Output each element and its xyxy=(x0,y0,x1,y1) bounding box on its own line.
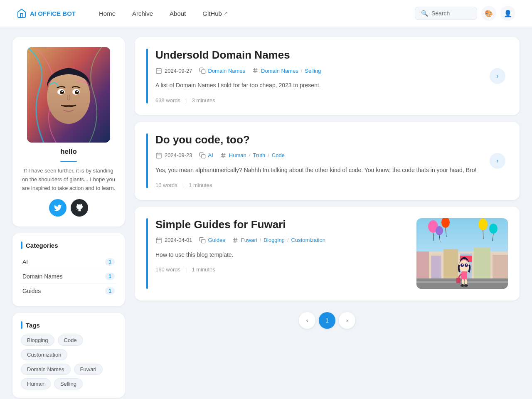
post-excerpt-2: Yes, you mean alphanumerically? Nahhh Im… xyxy=(155,165,487,175)
post-tags-1: Domain Names / Selling xyxy=(252,67,321,74)
categories-list: AI 1 Domain Names 1 Guides 1 xyxy=(21,255,116,298)
category-count-domain-names: 1 xyxy=(105,273,115,280)
tag-link-3c[interactable]: Customization xyxy=(291,237,325,243)
tag-link-1a[interactable]: Domain Names xyxy=(261,68,298,74)
svg-rect-21 xyxy=(202,155,205,158)
external-link-icon: ↗ xyxy=(224,10,228,16)
category-item-domain-names[interactable]: Domain Names 1 xyxy=(21,269,116,284)
post-date-2: 2024-09-23 xyxy=(155,152,192,159)
post-title-1[interactable]: Undersold Domain Names xyxy=(155,49,487,62)
tags-title: Tags xyxy=(26,322,40,329)
tag-link-3a[interactable]: Fuwari xyxy=(241,237,257,243)
post-card-1: Undersold Domain Names 2024-09-27 Domain… xyxy=(135,37,520,115)
svg-rect-17 xyxy=(156,153,161,158)
svg-line-15 xyxy=(254,68,254,73)
tag-link-1b[interactable]: Selling xyxy=(305,68,321,74)
svg-line-24 xyxy=(222,153,222,158)
hash-icon-2 xyxy=(220,152,227,159)
post-stats-1: 639 words | 3 minutes xyxy=(155,97,487,103)
pagination: ‹ 1 › xyxy=(135,312,520,329)
logo-text: AI OFFICE BOT xyxy=(30,10,76,17)
post-thumbnail-3: 紅大 xyxy=(416,218,508,289)
search-input[interactable] xyxy=(431,10,471,17)
tag-selling[interactable]: Selling xyxy=(54,378,83,389)
post-title-2[interactable]: Do you code, too? xyxy=(155,133,487,146)
post-category-2: AI xyxy=(199,152,213,159)
svg-rect-26 xyxy=(156,238,161,243)
search-box[interactable]: 🔍 xyxy=(415,7,477,20)
tag-link-2c[interactable]: Code xyxy=(272,152,285,158)
post-body-2: Do you code, too? 2024-09-23 AI Human / xyxy=(155,133,487,188)
copy-icon-1 xyxy=(199,67,206,74)
categories-header: Categories xyxy=(21,241,116,249)
tag-link-3b[interactable]: Blogging xyxy=(264,237,285,243)
category-item-guides[interactable]: Guides 1 xyxy=(21,284,116,298)
post-arrow-2[interactable]: › xyxy=(487,133,508,188)
nav-archive[interactable]: Archive xyxy=(126,7,160,20)
nav-github[interactable]: GitHub ↗ xyxy=(196,7,234,20)
categories-title: Categories xyxy=(26,242,58,249)
github-social-button[interactable] xyxy=(71,199,88,217)
post-category-3: Guides xyxy=(199,237,225,244)
post-card-2: Do you code, too? 2024-09-23 AI Human / xyxy=(135,122,520,200)
post-category-link-3[interactable]: Guides xyxy=(208,237,225,243)
svg-point-67 xyxy=(464,284,468,287)
tag-fuwari[interactable]: Fuwari xyxy=(74,364,103,375)
svg-point-60 xyxy=(462,264,463,265)
site-header: AI OFFICE BOT Home Archive About GitHub … xyxy=(0,0,532,27)
category-name-ai: AI xyxy=(22,259,28,265)
tag-human[interactable]: Human xyxy=(21,378,51,389)
tag-link-2a[interactable]: Human xyxy=(229,152,246,158)
post-meta-2: 2024-09-23 AI Human / Truth / Code xyxy=(155,152,487,159)
thumbnail-anime-image: 紅大 xyxy=(416,218,508,289)
svg-point-7 xyxy=(76,91,78,92)
category-name-domain-names: Domain Names xyxy=(22,273,62,280)
svg-rect-12 xyxy=(202,70,205,74)
next-page-button[interactable]: › xyxy=(339,312,355,329)
post-stats-3: 160 words | 1 minutes xyxy=(155,266,410,273)
tag-code[interactable]: Code xyxy=(58,335,83,346)
svg-line-16 xyxy=(256,68,256,73)
post-title-3[interactable]: Simple Guides for Fuwari xyxy=(155,218,410,231)
profile-bio: If I have seen further, it is by standin… xyxy=(21,167,116,192)
tag-link-2b[interactable]: Truth xyxy=(253,152,265,158)
user-button[interactable]: 👤 xyxy=(500,6,515,21)
post-category-link-2[interactable]: AI xyxy=(208,152,213,158)
social-links xyxy=(49,199,88,217)
post-left-bar-2 xyxy=(146,133,148,188)
svg-rect-30 xyxy=(202,239,205,243)
post-arrow-1[interactable]: › xyxy=(487,49,508,103)
tag-customization[interactable]: Customization xyxy=(21,349,67,360)
tags-header: Tags xyxy=(21,321,116,329)
avatar-placeholder xyxy=(27,47,110,143)
post-left-bar-1 xyxy=(146,49,148,103)
prev-page-button[interactable]: ‹ xyxy=(299,312,315,329)
content-area: Undersold Domain Names 2024-09-27 Domain… xyxy=(135,37,520,329)
logo[interactable]: AI OFFICE BOT xyxy=(17,8,76,18)
profile-card: hello If I have seen further, it is by s… xyxy=(12,37,125,227)
svg-line-25 xyxy=(224,153,224,158)
post-body-3: Simple Guides for Fuwari 2024-04-01 Guid… xyxy=(155,218,410,289)
tag-blogging[interactable]: Blogging xyxy=(21,335,54,346)
post-category-link-1[interactable]: Domain Names xyxy=(208,68,246,74)
tag-domain-names[interactable]: Domain Names xyxy=(21,364,71,375)
arrow-circle-1: › xyxy=(490,68,505,84)
section-bar-tags xyxy=(21,321,22,329)
tags-section: Tags Blogging Code Customization Domain … xyxy=(12,313,125,398)
page-1-button[interactable]: 1 xyxy=(319,312,335,329)
post-meta-1: 2024-09-27 Domain Names Domain Names / S… xyxy=(155,67,487,74)
post-body-1: Undersold Domain Names 2024-09-27 Domain… xyxy=(155,49,487,103)
nav-about[interactable]: About xyxy=(163,7,192,20)
svg-line-34 xyxy=(236,238,236,243)
post-date-1: 2024-09-27 xyxy=(155,67,192,74)
avatar xyxy=(27,47,110,143)
theme-toggle-button[interactable]: 🎨 xyxy=(481,6,496,21)
calendar-icon-1 xyxy=(155,67,162,74)
categories-section: Categories AI 1 Domain Names 1 Guides 1 xyxy=(12,233,125,306)
nav-home[interactable]: Home xyxy=(92,7,122,20)
post-excerpt-3: How to use this blog template. xyxy=(155,250,410,260)
svg-point-42 xyxy=(478,219,488,230)
sidebar: hello If I have seen further, it is by s… xyxy=(12,37,125,398)
category-item-ai[interactable]: AI 1 xyxy=(21,255,116,269)
twitter-button[interactable] xyxy=(49,199,66,217)
